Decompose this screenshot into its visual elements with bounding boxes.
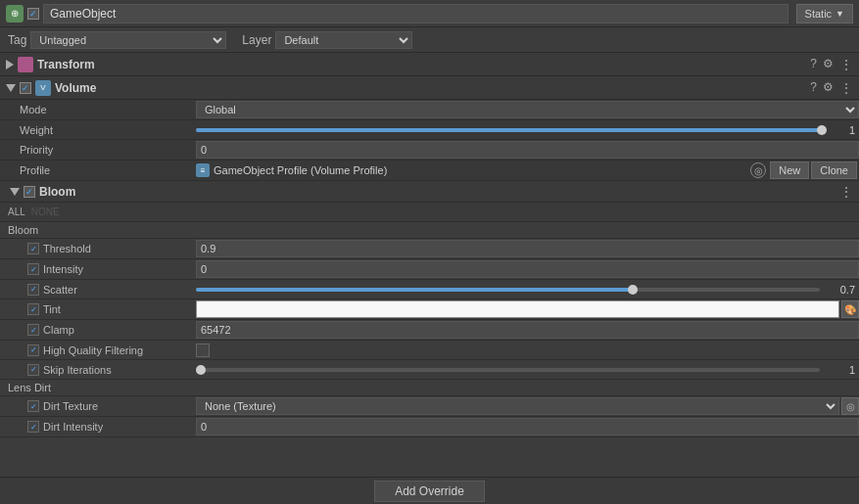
intensity-checkbox[interactable] [27, 263, 39, 275]
bloom-section-icons: ⋮ [839, 184, 853, 200]
transform-help-icon[interactable]: ? [810, 57, 817, 72]
dirt-intensity-checkbox[interactable] [27, 421, 39, 433]
dirt-texture-checkbox[interactable] [27, 400, 39, 412]
skip-iter-value: 1 [826, 364, 855, 376]
tag-label: Tag [8, 33, 26, 47]
volume-section-icons: ? ⚙ ⋮ [810, 80, 853, 96]
dirt-intensity-value-area [196, 418, 859, 435]
mode-select[interactable]: Global [196, 101, 859, 118]
profile-icon: ≡ [196, 163, 210, 177]
weight-slider-track[interactable] [196, 128, 822, 132]
new-profile-button[interactable]: New [770, 161, 809, 179]
transform-settings-icon[interactable]: ⚙ [823, 57, 834, 72]
scatter-slider-track[interactable] [196, 288, 820, 292]
dirt-intensity-label: Dirt Intensity [0, 421, 196, 433]
add-override-button[interactable]: Add Override [374, 481, 485, 502]
lens-dirt-label-text: Lens Dirt [8, 382, 51, 393]
profile-name-text: GameObject Profile (Volume Profile) [214, 164, 750, 176]
transform-section-header: Transform ? ⚙ ⋮ [0, 53, 859, 76]
hq-filter-value-area [196, 344, 859, 357]
dirt-texture-row: Dirt Texture None (Texture) ◎ [0, 396, 859, 417]
profile-label: Profile [0, 164, 196, 176]
add-override-bar: Add Override [0, 477, 859, 504]
threshold-value-area [196, 240, 859, 257]
gameobject-checkbox[interactable] [27, 8, 39, 20]
lens-dirt-label: Lens Dirt [0, 380, 859, 396]
dirt-texture-select[interactable]: None (Texture) [196, 397, 839, 415]
header-bar: ⊕ Static ▼ [0, 0, 859, 27]
threshold-checkbox[interactable] [27, 243, 39, 254]
intensity-value-area [196, 260, 859, 278]
volume-enabled-checkbox[interactable] [20, 82, 31, 94]
weight-slider-fill [196, 128, 822, 132]
gameobject-name-input[interactable] [43, 4, 788, 23]
tint-color-swatch[interactable] [196, 300, 839, 318]
weight-slider-thumb[interactable] [817, 125, 827, 135]
skip-iter-slider-thumb[interactable] [196, 365, 206, 375]
skip-iter-row: Skip Iterations 1 [0, 360, 859, 380]
volume-collapse-arrow[interactable] [6, 84, 16, 92]
dirt-texture-label: Dirt Texture [0, 400, 196, 412]
tag-select[interactable]: Untagged [30, 31, 226, 49]
scatter-row: Scatter 0.7 [0, 280, 859, 299]
dirt-intensity-input[interactable] [196, 418, 859, 435]
scatter-checkbox[interactable] [27, 284, 39, 296]
skip-iter-slider-track[interactable] [196, 368, 820, 372]
intensity-label-text: Intensity [43, 263, 83, 275]
clamp-value-area [196, 321, 859, 339]
tint-checkbox[interactable] [27, 303, 39, 315]
volume-help-icon[interactable]: ? [810, 80, 817, 96]
dirt-texture-select-btn[interactable]: ◎ [841, 397, 859, 415]
transform-section-icons: ? ⚙ ⋮ [810, 57, 853, 72]
scatter-value: 0.7 [826, 284, 855, 296]
mode-value-area: Global [196, 101, 859, 118]
priority-label: Priority [0, 144, 196, 156]
scatter-label-text: Scatter [43, 284, 77, 296]
volume-content: Mode Global Weight 1 Priority [0, 100, 859, 181]
profile-value-area: ≡ GameObject Profile (Volume Profile) ◎ … [196, 161, 859, 179]
scatter-slider-thumb[interactable] [628, 285, 638, 295]
scatter-slider-area: 0.7 [196, 284, 859, 296]
hq-filter-label-text: High Quality Filtering [43, 344, 143, 356]
static-button[interactable]: Static ▼ [796, 4, 853, 23]
bloom-sub-label: Bloom [0, 222, 859, 239]
hq-filter-checkbox[interactable] [27, 344, 39, 356]
profile-select-btn[interactable]: ◎ [750, 162, 766, 178]
bloom-more-icon[interactable]: ⋮ [839, 184, 853, 200]
skip-iter-slider-area: 1 [196, 364, 859, 376]
bloom-enabled-checkbox[interactable] [24, 186, 35, 198]
clamp-label: Clamp [0, 324, 196, 336]
volume-title: Volume [55, 81, 810, 95]
tint-label: Tint [0, 303, 196, 315]
clamp-checkbox[interactable] [27, 324, 39, 336]
priority-input[interactable] [196, 141, 859, 159]
dirt-texture-value-area: None (Texture) ◎ [196, 397, 859, 415]
bloom-none-label[interactable]: NONE [31, 206, 60, 217]
transform-collapse-arrow[interactable] [6, 60, 14, 69]
intensity-input[interactable] [196, 260, 859, 278]
threshold-row: Threshold [0, 239, 859, 259]
scatter-label: Scatter [0, 284, 196, 296]
clamp-label-text: Clamp [43, 324, 74, 336]
volume-more-icon[interactable]: ⋮ [839, 80, 853, 96]
bloom-all-label[interactable]: ALL [8, 206, 25, 217]
mode-row: Mode Global [0, 100, 859, 120]
hq-filter-toggle[interactable] [196, 344, 210, 357]
scatter-slider-fill [196, 288, 633, 292]
layer-select[interactable]: Default [275, 31, 412, 49]
weight-value: 1 [826, 124, 855, 136]
priority-row: Priority [0, 140, 859, 160]
bloom-title: Bloom [39, 185, 839, 199]
transform-more-icon[interactable]: ⋮ [839, 57, 853, 72]
tint-eyedropper-btn[interactable]: 🎨 [841, 300, 859, 318]
tint-row: Tint 🎨 [0, 299, 859, 320]
threshold-input[interactable] [196, 240, 859, 257]
bloom-sub-label-text: Bloom [8, 224, 38, 236]
bloom-collapse-arrow[interactable] [10, 188, 20, 196]
layer-label: Layer [242, 33, 271, 47]
clone-profile-button[interactable]: Clone [811, 161, 857, 179]
intensity-label: Intensity [0, 263, 196, 275]
skip-iter-checkbox[interactable] [27, 364, 39, 376]
clamp-input[interactable] [196, 321, 859, 339]
volume-settings-icon[interactable]: ⚙ [823, 80, 834, 96]
